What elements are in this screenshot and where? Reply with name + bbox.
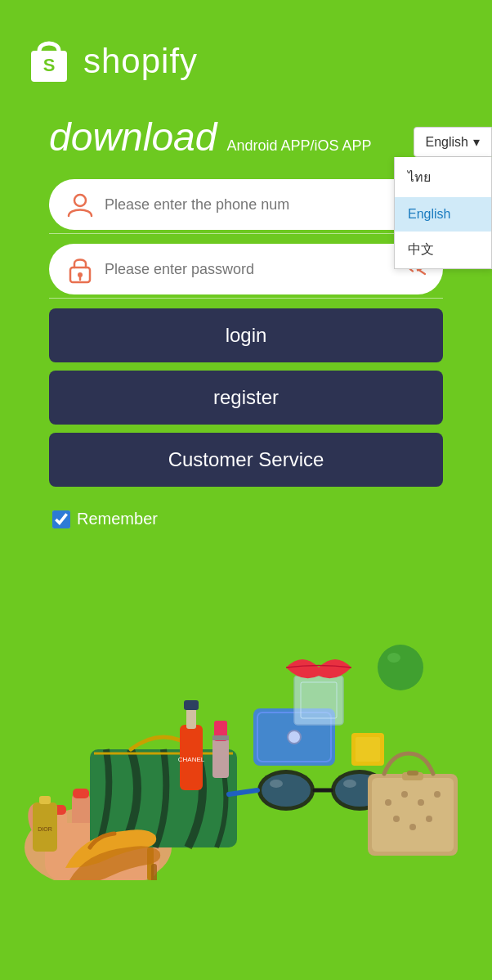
chevron-down-icon: ▾ bbox=[473, 134, 480, 150]
user-icon bbox=[65, 190, 95, 219]
nail-polish-group: CHANEL bbox=[178, 700, 205, 790]
svg-rect-33 bbox=[294, 676, 343, 725]
password-input-wrapper bbox=[49, 244, 443, 294]
svg-point-55 bbox=[409, 824, 416, 830]
language-button[interactable]: English ▾ bbox=[414, 127, 492, 157]
svg-point-32 bbox=[288, 731, 301, 744]
language-option-english[interactable]: English bbox=[395, 197, 491, 232]
remember-checkbox[interactable] bbox=[52, 510, 70, 528]
remember-row: Remember bbox=[49, 510, 443, 528]
svg-text:S: S bbox=[43, 55, 56, 75]
svg-point-56 bbox=[426, 816, 432, 822]
bottom-decorative-area: CHANEL bbox=[0, 569, 492, 880]
svg-rect-60 bbox=[39, 796, 51, 804]
download-title: download Android APP/iOS APP bbox=[49, 115, 443, 160]
svg-point-41 bbox=[262, 774, 311, 807]
phone-input-wrapper bbox=[49, 179, 443, 230]
login-button[interactable]: login bbox=[49, 308, 443, 362]
register-button[interactable]: register bbox=[49, 371, 443, 425]
svg-rect-63 bbox=[151, 864, 157, 880]
decorative-scene-svg: CHANEL bbox=[0, 569, 492, 880]
language-option-chinese[interactable]: 中文 bbox=[395, 232, 491, 268]
svg-rect-29 bbox=[212, 735, 229, 740]
svg-rect-25 bbox=[184, 700, 199, 710]
svg-rect-58 bbox=[407, 771, 418, 775]
ice-cube-group bbox=[294, 676, 343, 725]
svg-point-2 bbox=[74, 195, 86, 206]
svg-point-54 bbox=[393, 816, 400, 822]
password-divider bbox=[49, 298, 443, 299]
yellow-cube-group bbox=[351, 733, 384, 766]
designer-handbag-group bbox=[368, 753, 458, 856]
svg-text:CHANEL: CHANEL bbox=[178, 756, 205, 763]
svg-point-53 bbox=[434, 791, 441, 798]
green-ball-group bbox=[378, 645, 423, 690]
password-input[interactable] bbox=[105, 261, 404, 278]
shopify-logo-icon: S bbox=[25, 33, 74, 90]
phone-input-group bbox=[49, 179, 443, 234]
phone-input[interactable] bbox=[105, 196, 427, 214]
svg-text:DIOR: DIOR bbox=[38, 826, 52, 832]
logo-text: shopify bbox=[83, 42, 198, 81]
download-sub: Android APP/iOS APP bbox=[227, 137, 372, 155]
svg-rect-27 bbox=[212, 737, 229, 778]
svg-point-50 bbox=[385, 799, 391, 806]
header: S shopify bbox=[0, 0, 492, 106]
customer-service-button[interactable]: Customer Service bbox=[49, 433, 443, 487]
password-input-group bbox=[49, 244, 443, 299]
download-word: download bbox=[49, 115, 217, 160]
svg-rect-24 bbox=[186, 708, 196, 729]
svg-rect-49 bbox=[372, 778, 454, 852]
svg-rect-15 bbox=[73, 789, 89, 798]
lipstick-group bbox=[212, 721, 229, 778]
svg-point-36 bbox=[387, 653, 400, 663]
language-dropdown-container: English ▾ ไทย English 中文 bbox=[414, 127, 492, 157]
svg-point-35 bbox=[378, 645, 423, 690]
lock-icon bbox=[65, 254, 95, 284]
language-dropdown: ไทย English 中文 bbox=[394, 157, 492, 269]
svg-point-52 bbox=[418, 799, 424, 806]
phone-divider bbox=[49, 233, 443, 234]
current-language: English bbox=[426, 135, 468, 150]
svg-point-47 bbox=[343, 780, 356, 788]
svg-point-46 bbox=[270, 780, 283, 788]
remember-label: Remember bbox=[77, 510, 158, 528]
svg-point-51 bbox=[401, 791, 408, 798]
language-option-thai[interactable]: ไทย bbox=[395, 157, 491, 197]
svg-rect-38 bbox=[356, 737, 380, 762]
